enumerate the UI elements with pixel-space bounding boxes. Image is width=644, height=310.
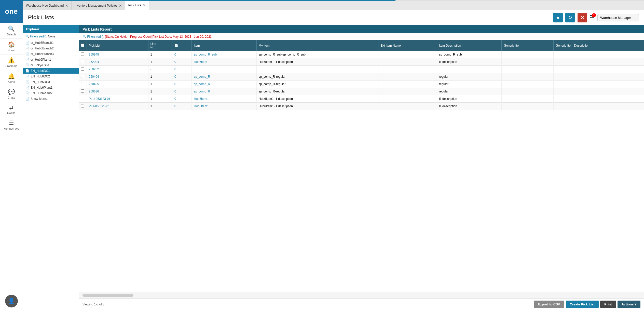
horizontal-scrollbar[interactable]: [83, 294, 133, 297]
tab-close-icon[interactable]: ✕: [119, 4, 122, 7]
row-checkbox[interactable]: [81, 60, 84, 63]
doc-link[interactable]: 0: [174, 68, 176, 71]
refresh-button[interactable]: ↻: [565, 13, 575, 22]
pick-list-link[interactable]: 250405: [89, 82, 99, 86]
tab-warehouse[interactable]: Warehouse Neo Dashboard ✕: [23, 1, 72, 10]
actions-button[interactable]: Actions ▾: [618, 301, 640, 308]
pick-list-link[interactable]: 250404: [89, 75, 99, 78]
doc-link[interactable]: 0: [174, 53, 176, 56]
generic-item-description-cell: [554, 103, 644, 110]
item-description-cell: I1 description: [437, 58, 502, 66]
pick-list-cell: 250282: [87, 66, 148, 73]
sidebar-item-menus[interactable]: ☰ Menus/Favs: [0, 117, 23, 133]
explorer-item-show_more[interactable]: 📄Show More...: [23, 96, 79, 102]
tab-close-icon[interactable]: ✕: [65, 4, 68, 7]
doc-link[interactable]: 0: [174, 90, 176, 93]
row-checkbox[interactable]: [81, 75, 84, 78]
explorer-item-EN_Hub6DC1[interactable]: 📄EN_Hub6DC1: [23, 68, 79, 74]
ext-item-name-cell: [378, 80, 437, 88]
item-link[interactable]: sp_comp_R: [194, 82, 210, 86]
explorer-item-dr_Hub6Branch2[interactable]: 📄dr_Hub6Branch2: [23, 46, 79, 51]
filter-icon: 🔍: [83, 35, 87, 38]
explorer-item-label: dr_Hub6Branch3: [31, 52, 54, 56]
tab-picklists[interactable]: Pick Lists ✕: [125, 1, 149, 10]
explorer-item-label: EN_Hub6DC1: [31, 69, 50, 73]
pick-list-link[interactable]: 250948: [89, 53, 99, 56]
sidebar-item-home[interactable]: 🏠 Home: [0, 39, 23, 55]
sidebar-item-alerts[interactable]: 🔔 Alerts: [0, 70, 23, 86]
row-checkbox[interactable]: [81, 82, 84, 85]
export-csv-button[interactable]: Export to CSV: [534, 301, 564, 308]
row-checkbox[interactable]: [81, 104, 84, 107]
table-row: 250405 1 0 sp_comp_R sp_comp_R-regular r…: [79, 80, 644, 88]
pick-list-link[interactable]: 250636: [89, 90, 99, 93]
sidebar-item-problems[interactable]: ⚠️ Problems: [0, 55, 23, 70]
explorer-item-dr_Hub6Branch1[interactable]: 📄dr_Hub6Branch1: [23, 40, 79, 46]
explorer-header: Explorer: [23, 25, 79, 33]
report-filters-edit-link[interactable]: Filters (edit): [87, 35, 103, 38]
explorer-item-EN_Hub6DC3[interactable]: 📄EN_Hub6DC3: [23, 79, 79, 85]
tab-bar: Warehouse Neo Dashboard ✕ Inventory Mana…: [23, 1, 644, 10]
item-cell: Hub6Item1: [192, 95, 257, 103]
avatar[interactable]: 👤: [5, 295, 18, 307]
doc-link[interactable]: 0: [174, 82, 176, 86]
row-checkbox[interactable]: [81, 89, 84, 93]
explorer-item-dr_Tokyo_Site[interactable]: 📄dr_Tokyo Site: [23, 62, 79, 68]
sidebar-item-search[interactable]: 🔍 Search: [0, 23, 23, 39]
tab-close-icon[interactable]: ✕: [143, 4, 146, 7]
item-description-cell: regular: [437, 80, 502, 88]
select-all-checkbox[interactable]: [81, 44, 84, 47]
doc-link[interactable]: 0: [174, 97, 176, 101]
app-logo[interactable]: one: [0, 0, 23, 23]
row-checkbox[interactable]: [81, 67, 84, 71]
doc-cell: 0: [172, 66, 191, 73]
doc-cell: 0: [172, 103, 191, 110]
generic-item-cell: [502, 73, 554, 80]
pick-list-link[interactable]: 250282: [89, 68, 99, 71]
item-link[interactable]: Hub6Item1: [194, 104, 209, 108]
item-link[interactable]: sp_comp_R: [194, 90, 210, 93]
pick-list-link[interactable]: PLU-053123-01: [89, 97, 111, 101]
filters-edit-link[interactable]: Filters (edit): [30, 35, 46, 38]
item-link[interactable]: Hub6Item1: [194, 60, 209, 64]
item-link[interactable]: sp_comp_R: [194, 75, 210, 78]
explorer-item-EN_Hub6Plant1[interactable]: 📄EN_Hub6Plant1: [23, 85, 79, 90]
row-checkbox-cell: [79, 51, 87, 58]
user-role-select[interactable]: Warehouse Manager Admin User: [597, 14, 639, 21]
explorer-item-label: EN_Hub6Plant2: [31, 91, 52, 95]
doc-link[interactable]: 0: [174, 75, 176, 78]
explorer-item-label: EN_Hub6DC2: [31, 75, 50, 78]
doc-link[interactable]: 0: [174, 104, 176, 108]
create-pick-list-button[interactable]: Create Pick List: [566, 301, 599, 308]
data-table-wrap[interactable]: Pick List LineNo 📄 Item My Item Ext Item…: [79, 40, 644, 292]
pick-list-link[interactable]: PL1-053123-01: [89, 104, 110, 108]
tab-label: Inventory Management Policies: [75, 4, 117, 7]
sidebar-item-switch[interactable]: ⇄ Switch: [0, 102, 23, 117]
my-item-cell: sp_comp_R-regular: [256, 88, 378, 95]
menu-button[interactable]: ☰ 1: [590, 14, 595, 21]
explorer-item-EN_Hub6Plant2[interactable]: 📄EN_Hub6Plant2: [23, 90, 79, 96]
warning-icon: ⚠️: [8, 57, 15, 64]
row-checkbox[interactable]: [81, 97, 84, 100]
item-link[interactable]: sp_comp_R_sub: [194, 53, 217, 56]
generic-item-description-cell: [554, 58, 644, 66]
pick-list-link[interactable]: 252004: [89, 60, 99, 64]
horizontal-scrollbar-area: [79, 292, 644, 298]
row-checkbox[interactable]: [81, 52, 84, 56]
table-footer: Viewing 1-8 of 8 Export to CSV Create Pi…: [79, 298, 644, 310]
item-description-cell: regular: [437, 73, 502, 80]
sidebar-item-label: Chats: [8, 96, 15, 99]
sidebar-item-chats[interactable]: 💬 Chats: [0, 86, 23, 102]
tab-inventory[interactable]: Inventory Management Policies ✕: [72, 1, 125, 10]
doc-link[interactable]: 0: [174, 60, 176, 64]
explorer-item-dr_Hub6Branch3[interactable]: 📄dr_Hub6Branch3: [23, 51, 79, 57]
explorer-item-dr_Hub6Plant1[interactable]: 📄dr_Hub6Plant1: [23, 57, 79, 62]
favorite-button[interactable]: ★: [553, 13, 563, 22]
col-generic-item-description: Generic Item Description: [554, 40, 644, 51]
print-button[interactable]: Print: [600, 301, 616, 308]
content-area: Explorer 🔍 Filters (edit): None 📄dr_Hub6…: [23, 25, 644, 310]
close-button[interactable]: ✕: [578, 13, 587, 22]
document-icon: 📄: [25, 91, 29, 95]
explorer-item-EN_Hub6DC2[interactable]: 📄EN_Hub6DC2: [23, 74, 79, 79]
item-link[interactable]: Hub6Item1: [194, 97, 209, 101]
